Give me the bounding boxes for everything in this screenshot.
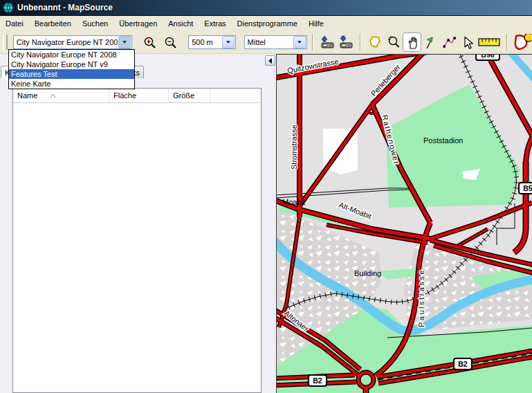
menu-bar: Datei Bearbeiten Suchen Übertragen Ansic… bbox=[0, 16, 532, 32]
column-header-name[interactable]: Name bbox=[13, 89, 109, 102]
menu-uebertragen[interactable]: Übertragen bbox=[113, 17, 163, 30]
chevron-down-icon bbox=[122, 41, 127, 44]
clipped-tool-icon bbox=[513, 34, 531, 51]
download-from-device-button[interactable] bbox=[336, 33, 355, 52]
product-combo[interactable]: City Navigator Europe NT 2008 bbox=[13, 35, 132, 49]
zoom-tool-button[interactable] bbox=[385, 33, 403, 52]
label-poststadion: Poststadion bbox=[423, 136, 463, 145]
map-select-tool-button[interactable] bbox=[366, 33, 385, 52]
upload-to-device-button[interactable] bbox=[318, 33, 337, 52]
badge-b2-right: B2 bbox=[454, 358, 472, 369]
title-bar: Unbenannt - MapSource bbox=[0, 0, 532, 16]
product-dropdown-list: City Navigator Europe NT 2008 City Navig… bbox=[8, 49, 135, 89]
waypoint-flag-tool-icon bbox=[423, 35, 437, 50]
zoom-in-icon bbox=[143, 36, 156, 49]
badge-b5: B5 bbox=[519, 183, 532, 194]
route-tool-icon bbox=[441, 35, 457, 49]
pan-hand-tool-button[interactable] bbox=[403, 33, 421, 52]
detail-combo-arrow[interactable] bbox=[293, 36, 306, 48]
map-canvas: B96 B5 B2 B2 bbox=[277, 55, 532, 393]
scale-combo-value: 500 m bbox=[189, 38, 221, 46]
svg-text:B2: B2 bbox=[313, 376, 322, 385]
zoom-out-icon bbox=[164, 36, 177, 49]
badge-b96: B96 bbox=[476, 55, 499, 60]
svg-text:B96: B96 bbox=[481, 55, 494, 59]
roundabout-center bbox=[362, 376, 370, 384]
column-label-name: Name bbox=[17, 91, 37, 100]
mapsource-globe-icon bbox=[3, 2, 14, 13]
label-stromstrasse: Stromstrasse bbox=[290, 125, 298, 170]
svg-text:B5: B5 bbox=[523, 184, 532, 192]
column-label-groesse: Größe bbox=[173, 91, 194, 100]
product-combo-value: City Navigator Europe NT 2008 bbox=[14, 38, 118, 46]
menu-extras[interactable]: Extras bbox=[199, 17, 231, 30]
toolbar-separator bbox=[506, 34, 508, 51]
zoom-out-button[interactable] bbox=[162, 33, 181, 52]
zoom-tool-icon bbox=[387, 35, 401, 49]
upload-to-device-icon bbox=[320, 35, 335, 49]
selection-arrow-tool-button[interactable] bbox=[458, 33, 477, 52]
client-area: Karten Wegpunkte Routen Tracks Name Fläc… bbox=[0, 54, 532, 393]
detail-combo-value: Mittel bbox=[245, 38, 293, 46]
menu-ansicht[interactable]: Ansicht bbox=[163, 17, 199, 30]
map-view[interactable]: B96 B5 B2 B2 bbox=[276, 54, 532, 393]
pan-hand-tool-icon bbox=[405, 35, 419, 50]
waypoint-flag-tool-button[interactable] bbox=[421, 33, 440, 52]
zoom-in-button[interactable] bbox=[140, 33, 159, 52]
product-combo-arrow[interactable] bbox=[118, 36, 131, 48]
window-title: Unbenannt - MapSource bbox=[17, 3, 113, 12]
label-paulstrasse: Paulstrasse bbox=[417, 268, 425, 327]
label-moabit: Moabit bbox=[282, 198, 305, 206]
measure-ruler-tool-icon bbox=[478, 36, 500, 48]
column-header-empty[interactable] bbox=[210, 89, 261, 102]
dropdown-item-2-highlighted[interactable]: Features Test bbox=[9, 69, 134, 79]
scale-combo-arrow[interactable] bbox=[222, 36, 235, 48]
toolbar-separator bbox=[312, 34, 313, 51]
menu-suchen[interactable]: Suchen bbox=[77, 17, 113, 30]
collapse-left-arrow-icon bbox=[268, 58, 272, 64]
sort-ascending-icon bbox=[50, 93, 56, 98]
dropdown-item-0[interactable]: City Navigator Europe NT 2008 bbox=[9, 50, 134, 60]
menu-datei[interactable]: Datei bbox=[0, 17, 29, 30]
mapsource-window: Unbenannt - MapSource Datei Bearbeiten S… bbox=[0, 0, 532, 393]
toolbar-grip[interactable] bbox=[3, 35, 8, 50]
menu-dienstprogramme[interactable]: Dienstprogramme bbox=[232, 17, 303, 30]
dropdown-item-3[interactable]: Keine Karte bbox=[9, 79, 134, 89]
list-header: Name Fläche Größe bbox=[13, 89, 261, 103]
badge-b2-left: B2 bbox=[309, 375, 327, 386]
detail-combo[interactable]: Mittel bbox=[244, 35, 307, 49]
dropdown-item-1[interactable]: City Navigator Europe NT v9 bbox=[9, 60, 134, 69]
label-building: Building bbox=[354, 269, 381, 277]
map-list-body[interactable] bbox=[13, 103, 261, 393]
scale-combo[interactable]: 500 m bbox=[188, 35, 235, 49]
map-list-box: Name Fläche Größe bbox=[12, 88, 262, 393]
collapse-panel-button[interactable] bbox=[265, 55, 275, 66]
chevron-down-icon bbox=[297, 41, 302, 44]
column-header-flaeche[interactable]: Fläche bbox=[109, 89, 169, 102]
column-label-flaeche: Fläche bbox=[113, 91, 136, 100]
map-select-tool-icon bbox=[367, 35, 383, 50]
menu-bearbeiten[interactable]: Bearbeiten bbox=[29, 17, 77, 30]
download-from-device-icon bbox=[338, 35, 354, 49]
route-tool-button[interactable] bbox=[440, 33, 459, 52]
selection-arrow-tool-icon bbox=[461, 35, 475, 50]
clipped-tool-button[interactable] bbox=[513, 33, 532, 52]
measure-ruler-tool-button[interactable] bbox=[477, 33, 502, 52]
column-header-groesse[interactable]: Größe bbox=[169, 89, 210, 102]
toolbar-separator bbox=[360, 34, 361, 51]
svg-text:B2: B2 bbox=[458, 360, 468, 368]
chevron-down-icon bbox=[226, 41, 230, 44]
menu-hilfe[interactable]: Hilfe bbox=[303, 17, 329, 30]
